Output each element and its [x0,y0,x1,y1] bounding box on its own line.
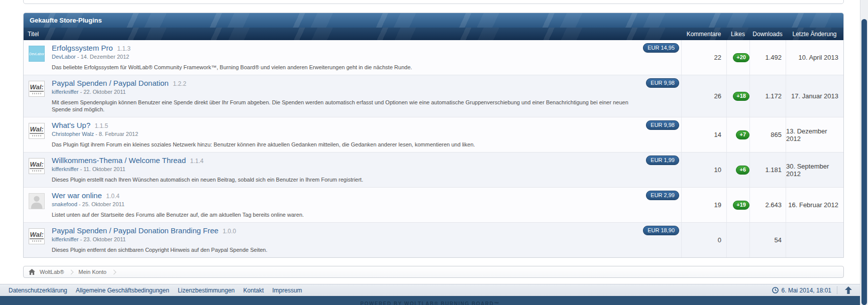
likes-cell: +19 [726,188,749,222]
plugin-icon[interactable]: Wal: [29,228,45,244]
column-kommentare[interactable]: Kommentare [681,31,726,38]
scrollbar-thumb[interactable] [861,19,867,305]
plugin-description: Listet unten auf der Startseite des Foru… [52,211,633,218]
likes-cell [726,223,749,257]
footer-link-impressum[interactable]: Impressum [272,287,302,294]
likes-badge: +20 [733,53,749,62]
plugin-icon[interactable]: Wal: [29,158,45,174]
breadcrumb-item-woltlab[interactable]: WoltLab® [40,269,64,275]
plugin-icon[interactable]: DevLabor [29,46,45,62]
last-change-date: 10. April 2013 [786,40,843,75]
downloads-count: 1.181 [749,152,786,187]
footer-link-agb[interactable]: Allgemeine Geschäftsbedingungen [76,287,169,294]
last-change-date: 30. September 2012 [786,152,843,187]
plugin-title-cell: DevLabor Erfolgssystem Pro 1.1.3 DevLabo… [24,40,681,75]
plugin-title-cell: Wal: Willkommens-Thema / Welcome Thread … [24,152,681,187]
plugin-icon[interactable]: Wal: [29,81,45,97]
comments-count: 14 [681,117,726,152]
plugin-author-link[interactable]: kifferkniffer [52,166,78,172]
byline-separator: - [95,131,97,137]
plugin-description: Das beliebte Erfolgssystem für WoltLab® … [52,64,633,71]
byline-separator: - [77,54,79,60]
downloads-count: 2.643 [749,188,786,222]
plugin-upload-date: 22. Oktober 2011 [83,89,126,95]
footer-right: 6. Mai 2014, 18:01 [772,285,854,295]
byline-separator: - [80,236,82,242]
plugin-icon-label: DevLabor [29,52,44,56]
plugin-author-link[interactable]: snakefood [52,201,77,207]
plugin-title-cell: Wal: Paypal Spenden / Paypal Donation Br… [24,223,681,257]
plugin-version: 1.1.5 [95,122,108,129]
plugin-icon[interactable]: Wal: [29,123,45,139]
plugin-row: Wal: What's Up? 1.1.5 Christopher Walz -… [24,117,843,152]
column-titel[interactable]: Titel [24,27,681,42]
breadcrumb-separator-icon [111,269,116,274]
purchased-plugins-box: Gekaufte Store-Plugins Titel Kommentare … [23,13,844,258]
plugin-version: 1.1.3 [117,45,131,52]
plugin-version: 1.1.4 [190,158,203,165]
page-timestamp: 6. Mai 2014, 18:01 [782,287,831,294]
byline-separator: - [80,89,82,95]
plugin-title-cell: Wal: Paypal Spenden / Paypal Donation 1.… [24,75,681,117]
plugin-row: Wal: Paypal Spenden / Paypal Donation Br… [24,222,843,257]
plugin-icon[interactable] [29,193,45,209]
plugin-list: DevLabor Erfolgssystem Pro 1.1.3 DevLabo… [24,40,843,257]
plugin-row: Wal: Paypal Spenden / Paypal Donation 1.… [24,75,843,117]
plugin-title-link[interactable]: What's Up? [52,121,90,129]
downloads-count: 865 [749,117,786,152]
plugin-version: 1.0.0 [223,228,236,235]
plugin-author-link[interactable]: Christopher Walz [52,131,94,137]
breadcrumb-item-mein-konto[interactable]: Mein Konto [78,269,106,275]
comments-count: 0 [681,223,726,257]
plugin-title-link[interactable]: Paypal Spenden / Paypal Donation Brandin… [52,226,219,235]
likes-badge: +19 [733,201,749,210]
column-likes[interactable]: Likes [726,31,749,38]
plugin-description: Mit diesem Spendenplugin können Benutzer… [52,99,633,113]
plugin-info: Paypal Spenden / Paypal Donation 1.2.2 k… [52,79,681,113]
downloads-count: 1.172 [749,75,786,117]
column-letzte-aenderung[interactable]: Letzte Änderung [786,31,843,38]
footer-divider [837,286,837,294]
home-icon[interactable] [29,269,35,275]
last-change-date [786,223,843,257]
plugin-description: Dieses Plugin erstellt nach Ihren Wünsch… [52,176,633,183]
previous-box-bottom [23,0,844,4]
likes-cell: +6 [726,152,749,187]
last-change-date: 16. Februar 2012 [786,188,843,222]
likes-badge: +18 [733,92,749,101]
person-icon [29,194,44,209]
plugin-author-link[interactable]: kifferkniffer [52,236,78,242]
plugin-row: DevLabor Erfolgssystem Pro 1.1.3 DevLabo… [24,40,843,75]
price-badge: EUR 9,98 [646,120,679,130]
footer-link-kontakt[interactable]: Kontakt [243,287,264,294]
plugin-upload-date: 14. Dezember 2012 [81,54,130,60]
footer-link-datenschutz[interactable]: Datenschutzerklärung [9,287,67,294]
scrollbar-track[interactable] [860,0,868,305]
price-badge: EUR 14,95 [643,43,679,53]
plugin-title-link[interactable]: Erfolgssystem Pro [52,44,113,52]
likes-cell: +20 [726,40,749,75]
breadcrumb-separator-icon [69,269,74,274]
last-change-date: 17. Januar 2013 [786,75,843,117]
footer-links-bar: Datenschutzerklärung Allgemeine Geschäft… [0,284,860,296]
plugin-description: Das Plugin fügt ihrem Forum ein kleines … [52,141,633,148]
plugin-info: Paypal Spenden / Paypal Donation Brandin… [52,227,681,253]
plugin-info: Willkommens-Thema / Welcome Thread 1.1.4… [52,157,681,183]
likes-cell: +18 [726,75,749,117]
byline-separator: - [79,201,81,207]
plugin-icon-label: Wal: [30,231,43,239]
likes-badge: +7 [736,130,749,139]
comments-count: 19 [681,188,726,222]
plugin-author-link[interactable]: DevLabor [52,54,76,60]
column-downloads[interactable]: Downloads [749,31,786,38]
plugin-description: Dieses Plugin entfernt den sichtbaren Co… [52,246,633,253]
plugin-title-link[interactable]: Paypal Spenden / Paypal Donation [52,79,169,87]
plugin-title-link[interactable]: Wer war online [52,191,102,200]
plugin-author-link[interactable]: kifferkniffer [52,89,78,95]
byline-separator: - [80,166,82,172]
comments-count: 22 [681,40,726,75]
scroll-to-top-button[interactable] [843,285,854,295]
footer-link-lizenz[interactable]: Lizenzbestimmungen [178,287,235,294]
plugin-title-link[interactable]: Willkommens-Thema / Welcome Thread [52,156,186,165]
powered-by-text: POWERED BY WOLTLAB® BURNING BOARD™ [360,301,499,305]
